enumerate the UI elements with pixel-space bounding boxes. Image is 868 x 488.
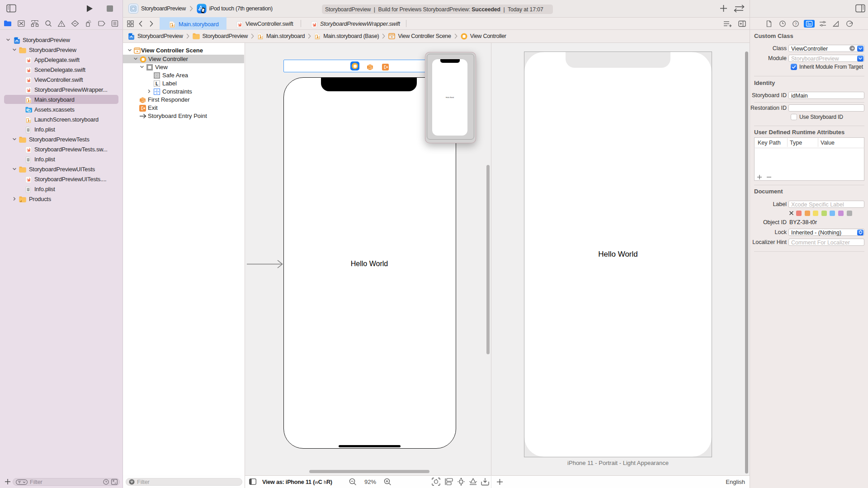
svg-text:?: ? bbox=[795, 22, 797, 26]
svg-text:L: L bbox=[156, 81, 158, 86]
